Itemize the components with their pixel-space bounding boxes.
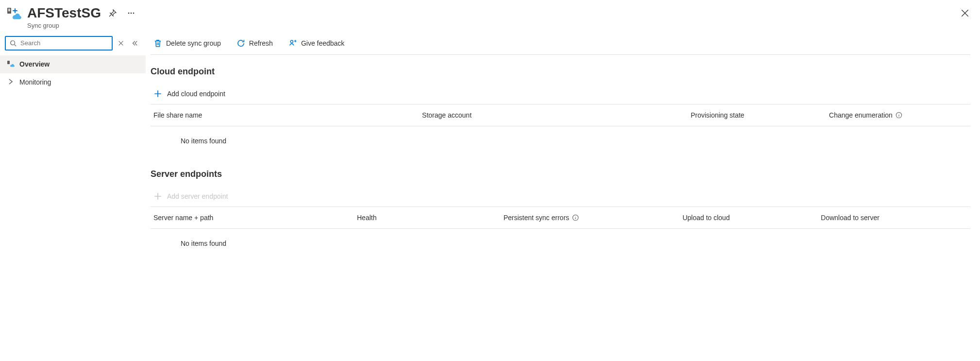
search-icon — [10, 40, 17, 47]
server-empty-text: No items found — [151, 229, 970, 252]
cmd-label: Delete sync group — [166, 39, 221, 47]
col-persistent-sync-errors[interactable]: Persistent sync errors — [504, 214, 683, 222]
plus-icon — [153, 192, 162, 201]
sync-group-icon — [7, 60, 15, 69]
sidebar-nav: Overview Monitoring — [0, 55, 146, 91]
sidebar-search-box[interactable] — [5, 36, 113, 51]
cmd-label: Give feedback — [301, 39, 345, 47]
command-bar: Delete sync group Refresh Give feedback — [151, 33, 970, 55]
plus-icon — [153, 89, 162, 98]
refresh-icon — [237, 39, 245, 48]
svg-rect-2 — [8, 10, 10, 11]
cloud-columns: File share name Storage account Provisio… — [151, 104, 970, 126]
pin-button[interactable] — [106, 6, 119, 20]
delete-sync-group-button[interactable]: Delete sync group — [151, 37, 224, 50]
collapse-sidebar-button[interactable] — [129, 38, 140, 49]
svg-point-8 — [290, 40, 293, 43]
svg-point-4 — [131, 13, 132, 14]
feedback-icon — [288, 39, 297, 48]
give-feedback-button[interactable]: Give feedback — [286, 37, 348, 50]
sidebar-search-input[interactable] — [19, 39, 108, 47]
add-cloud-endpoint-button[interactable]: Add cloud endpoint — [151, 84, 970, 104]
add-server-endpoint-button: Add server endpoint — [151, 186, 970, 207]
svg-rect-7 — [7, 61, 10, 64]
col-provisioning-state[interactable]: Provisioning state — [691, 111, 829, 119]
svg-point-6 — [11, 41, 15, 45]
resource-subtype: Sync group — [27, 22, 138, 29]
cloud-empty-text: No items found — [151, 126, 970, 150]
chevron-right-icon — [7, 78, 15, 87]
col-file-share-name[interactable]: File share name — [153, 111, 422, 119]
sidebar: Overview Monitoring — [0, 33, 146, 325]
title-block: AFSTestSG Sync group — [27, 6, 138, 29]
sync-group-resource-icon — [6, 6, 21, 21]
col-health[interactable]: Health — [357, 214, 504, 222]
more-button[interactable] — [124, 6, 138, 20]
page-title: AFSTestSG — [27, 6, 101, 21]
cloud-endpoint-table: Add cloud endpoint File share name Stora… — [151, 84, 970, 150]
col-server-name-path[interactable]: Server name + path — [153, 214, 357, 222]
server-columns: Server name + path Health Persistent syn… — [151, 207, 970, 229]
sidebar-item-overview[interactable]: Overview — [0, 55, 146, 73]
server-endpoints-table: Add server endpoint Server name + path H… — [151, 186, 970, 252]
add-label: Add cloud endpoint — [167, 90, 225, 98]
svg-point-5 — [133, 13, 135, 14]
delete-icon — [153, 39, 162, 48]
info-icon[interactable] — [896, 112, 902, 119]
server-endpoints-heading: Server endpoints — [151, 169, 970, 179]
col-upload-to-cloud[interactable]: Upload to cloud — [682, 214, 821, 222]
info-icon[interactable] — [572, 214, 579, 221]
svg-rect-1 — [8, 9, 10, 10]
cmd-label: Refresh — [249, 39, 273, 47]
col-download-to-server[interactable]: Download to server — [821, 214, 967, 222]
sidebar-item-monitoring[interactable]: Monitoring — [0, 73, 146, 91]
blade-header: AFSTestSG Sync group — [0, 0, 980, 33]
add-label: Add server endpoint — [167, 192, 228, 200]
col-storage-account[interactable]: Storage account — [422, 111, 691, 119]
refresh-button[interactable]: Refresh — [234, 37, 276, 50]
clear-search-button[interactable] — [116, 38, 126, 49]
close-button[interactable] — [958, 6, 972, 20]
sidebar-item-label: Monitoring — [19, 78, 51, 86]
svg-point-3 — [128, 13, 130, 14]
cloud-endpoint-heading: Cloud endpoint — [151, 67, 970, 77]
sync-group-blade: AFSTestSG Sync group — [0, 0, 980, 325]
main-content: Delete sync group Refresh Give feedback — [146, 33, 980, 325]
col-change-enumeration[interactable]: Change enumeration — [829, 111, 967, 119]
sidebar-item-label: Overview — [19, 60, 50, 68]
